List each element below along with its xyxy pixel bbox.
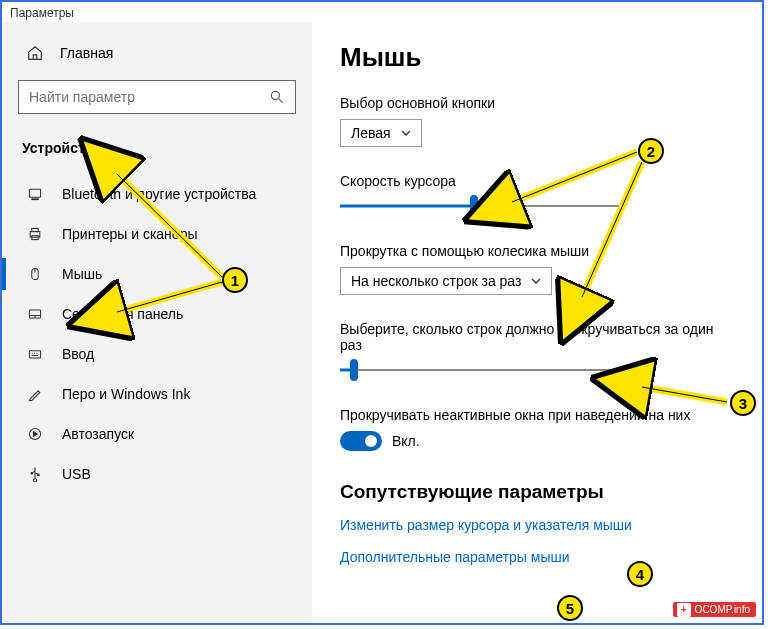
- svg-rect-4: [32, 228, 38, 231]
- watermark-brand: OCOMP.info: [695, 604, 750, 615]
- sidebar-item-mouse[interactable]: Мышь: [18, 254, 296, 294]
- mouse-icon: [26, 265, 44, 283]
- sidebar-item-label: USB: [62, 466, 91, 482]
- sidebar: Главная Устройства Bluetooth и другие ус…: [2, 22, 312, 623]
- cursor-speed-label: Скорость курсора: [340, 173, 734, 189]
- search-input[interactable]: [29, 89, 269, 105]
- sidebar-item-pen[interactable]: Перо и Windows Ink: [18, 374, 296, 414]
- autoplay-icon: [26, 425, 44, 443]
- sidebar-item-label: Принтеры и сканеры: [62, 226, 197, 242]
- chevron-down-icon: [401, 128, 411, 138]
- svg-rect-11: [37, 474, 39, 476]
- svg-point-0: [271, 91, 279, 99]
- sidebar-item-label: Автозапуск: [62, 426, 134, 442]
- printer-icon: [26, 225, 44, 243]
- svg-rect-8: [29, 351, 40, 358]
- main-panel: Мышь Выбор основной кнопки Левая Скорост…: [312, 22, 762, 623]
- sidebar-item-label: Сенсорная панель: [62, 306, 183, 322]
- keyboard-icon: [26, 345, 44, 363]
- sidebar-item-label: Мышь: [62, 266, 102, 282]
- bluetooth-icon: [26, 185, 44, 203]
- svg-rect-2: [32, 199, 38, 200]
- link-cursor-size[interactable]: Изменить размер курсора и указателя мыши: [340, 517, 734, 533]
- toggle-state-label: Вкл.: [392, 433, 420, 449]
- sidebar-item-typing[interactable]: Ввод: [18, 334, 296, 374]
- link-advanced-mouse[interactable]: Дополнительные параметры мыши: [340, 549, 734, 565]
- sidebar-home[interactable]: Главная: [18, 34, 296, 80]
- page-title: Мышь: [340, 42, 734, 73]
- window-title: Параметры: [2, 2, 762, 22]
- scroll-mode-value: На несколько строк за раз: [351, 273, 521, 289]
- pen-icon: [26, 385, 44, 403]
- cursor-speed-slider[interactable]: [340, 197, 620, 215]
- svg-point-10: [31, 472, 33, 474]
- svg-rect-1: [29, 189, 40, 197]
- sidebar-item-label: Ввод: [62, 346, 94, 362]
- sidebar-item-touchpad[interactable]: Сенсорная панель: [18, 294, 296, 334]
- sidebar-item-printers[interactable]: Принтеры и сканеры: [18, 214, 296, 254]
- inactive-windows-label: Прокручивать неактивные окна при наведен…: [340, 407, 734, 423]
- scroll-mode-dropdown[interactable]: На несколько строк за раз: [340, 267, 552, 295]
- sidebar-item-label: Перо и Windows Ink: [62, 386, 190, 402]
- primary-button-value: Левая: [351, 125, 391, 141]
- related-heading: Сопутствующие параметры: [340, 481, 734, 503]
- home-icon: [26, 44, 44, 62]
- touchpad-icon: [26, 305, 44, 323]
- inactive-windows-toggle[interactable]: [340, 431, 382, 451]
- sidebar-item-label: Bluetooth и другие устройства: [62, 186, 256, 202]
- search-input-wrap[interactable]: [18, 80, 296, 114]
- primary-button-label: Выбор основной кнопки: [340, 95, 734, 111]
- watermark: OCOMP.info: [673, 602, 756, 617]
- sidebar-home-label: Главная: [60, 45, 113, 61]
- sidebar-item-usb[interactable]: USB: [18, 454, 296, 494]
- lines-per-scroll-slider[interactable]: [340, 361, 620, 379]
- lines-per-scroll-label: Выберите, сколько строк должно прокручив…: [340, 321, 734, 353]
- sidebar-item-bluetooth[interactable]: Bluetooth и другие устройства: [18, 174, 296, 214]
- search-icon: [269, 89, 285, 105]
- sidebar-category: Устройства: [18, 134, 296, 174]
- chevron-down-icon: [531, 276, 541, 286]
- scroll-mode-label: Прокрутка с помощью колесика мыши: [340, 243, 734, 259]
- sidebar-item-autoplay[interactable]: Автозапуск: [18, 414, 296, 454]
- usb-icon: [26, 465, 44, 483]
- primary-button-dropdown[interactable]: Левая: [340, 119, 422, 147]
